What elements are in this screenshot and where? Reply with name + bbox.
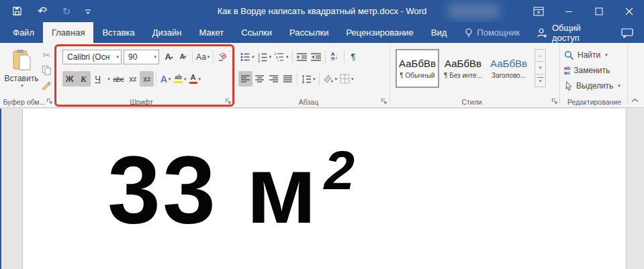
undo-button[interactable]: ↶ ▾ [31, 3, 52, 19]
save-icon [12, 6, 22, 16]
text-effects-button[interactable]: А ▾ [158, 71, 173, 87]
style-preview: АаБбВв [445, 58, 481, 69]
feedback-button[interactable] [616, 22, 644, 43]
styles-scroll-down-button[interactable]: ▾ [535, 62, 546, 74]
customize-quick-access-button[interactable] [81, 3, 95, 19]
tab-design[interactable]: Дизайн [144, 22, 191, 43]
clipboard-dialog-launcher[interactable] [46, 97, 54, 105]
style-normal[interactable]: АаБбВв ¶ Обычный [396, 49, 439, 88]
paragraph-dialog-launcher[interactable] [380, 97, 388, 105]
styles-group: АаБбВв ¶ Обычный АаБбВв ¶ Без инте... Аа… [390, 43, 560, 107]
show-marks-button[interactable]: ¶ [347, 49, 361, 64]
tab-insert[interactable]: Вставка [93, 22, 143, 43]
document-page[interactable]: 33 м2 [22, 109, 627, 269]
save-button[interactable] [9, 3, 24, 19]
bullets-button[interactable]: ▾ [238, 49, 256, 64]
tab-assistant[interactable]: Помощник [455, 22, 528, 43]
tab-review[interactable]: Рецензирование [337, 22, 422, 43]
underline-button[interactable]: Ч [91, 71, 105, 87]
numbering-button[interactable]: 123 ▾ [256, 49, 273, 64]
line-spacing-button[interactable]: ▾ [300, 71, 317, 87]
lightbulb-icon [464, 28, 473, 38]
styles-group-label: Стили [390, 98, 553, 106]
paste-button[interactable]: Вставить ▾ [5, 46, 38, 96]
shading-button[interactable]: ▾ [322, 71, 339, 87]
styles-scroll-up-button[interactable]: ▴ [535, 49, 546, 62]
italic-button[interactable]: К [77, 71, 91, 87]
ribbon-tab-bar: Файл Главная Вставка Дизайн Макет Ссылки… [0, 22, 644, 43]
sort-button[interactable]: А Я ↓ [328, 49, 342, 64]
change-case-button[interactable]: Аа ▾ [195, 49, 211, 64]
style-heading1[interactable]: АаБбВв Заголово... [487, 49, 531, 88]
cut-button[interactable]: ✂ [39, 48, 54, 62]
close-button[interactable] [614, 0, 644, 22]
close-icon [625, 7, 633, 15]
shading-dropdown-icon: ▾ [335, 76, 338, 82]
paint-bucket-icon [323, 74, 334, 84]
style-no-spacing[interactable]: АаБбВв ¶ Без инте... [441, 49, 485, 88]
multilevel-list-button[interactable]: 1 a i ▾ [273, 49, 290, 64]
minimize-button[interactable] [553, 0, 584, 22]
redo-icon: ↻ [62, 6, 71, 16]
highlighter-icon: ab [174, 74, 183, 83]
tab-home[interactable]: Главная [43, 22, 93, 43]
separator [292, 50, 293, 64]
pilcrow-icon: ¶ [351, 52, 356, 62]
tab-file[interactable]: Файл [4, 22, 43, 43]
justify-button[interactable] [281, 71, 295, 87]
font-dialog-launcher[interactable] [224, 97, 232, 105]
tab-view-label: Вид [431, 28, 447, 38]
paragraph-group: ▾ 123 ▾ 1 a [234, 43, 389, 107]
replace-button[interactable]: ab ac Заменить [564, 63, 610, 78]
align-left-button[interactable] [238, 71, 252, 87]
font-size-combobox[interactable]: 90 ▾ [124, 50, 159, 64]
clear-formatting-button[interactable] [216, 49, 230, 64]
scroll-up-icon: ▴ [539, 53, 542, 58]
tab-insert-label: Вставка [102, 28, 134, 38]
ribbon-display-options-button[interactable] [523, 0, 553, 22]
select-cursor-icon [564, 81, 573, 91]
collapse-ribbon-button[interactable] [629, 95, 641, 105]
styles-more-button[interactable]: ▾ [535, 74, 546, 87]
align-center-button[interactable] [252, 71, 267, 87]
styles-dialog-launcher[interactable] [551, 97, 559, 105]
subscript-button[interactable]: x2 [126, 71, 140, 87]
strikethrough-button[interactable]: abc [111, 71, 126, 87]
font-name-combobox[interactable]: Calibri (Осн ▾ [62, 50, 122, 64]
select-button[interactable]: Выделить ▾ [564, 78, 620, 93]
numbering-icon: 123 [257, 52, 268, 62]
editing-group: Найти ▾ ab ac Заменить Выделить ▾ Ре [561, 43, 627, 107]
copy-button[interactable] [39, 63, 54, 78]
find-dropdown-icon: ▾ [605, 52, 608, 58]
font-color-label: А [191, 74, 196, 81]
borders-button[interactable]: ▾ [338, 71, 355, 87]
styles-gallery-scroll: ▴ ▾ ▾ [535, 49, 546, 87]
share-button[interactable]: Общий доступ [528, 22, 616, 43]
bold-button[interactable]: Ж [62, 71, 77, 87]
text-highlight-button[interactable]: ab ▾ [173, 71, 188, 87]
superscript-button[interactable]: x2 [140, 71, 154, 87]
tab-view[interactable]: Вид [422, 22, 456, 43]
style-name: ¶ Без инте... [444, 72, 482, 79]
tab-layout[interactable]: Макет [190, 22, 232, 43]
increase-indent-button[interactable] [309, 49, 323, 64]
eraser-icon [218, 52, 228, 62]
decrease-indent-button[interactable] [295, 49, 309, 64]
tab-references[interactable]: Ссылки [232, 22, 281, 43]
format-painter-button[interactable] [39, 78, 54, 93]
align-right-button[interactable] [267, 71, 281, 87]
svg-text:3: 3 [258, 58, 260, 62]
maximize-button[interactable] [584, 0, 614, 22]
replace-label: Заменить [573, 66, 610, 75]
style-preview: АаБбВв [399, 58, 436, 69]
font-color-button[interactable]: А ▾ [188, 71, 203, 87]
tab-assistant-label: Помощник [477, 28, 520, 38]
underline-dropdown-button[interactable]: ▾ [105, 71, 111, 87]
shrink-font-button[interactable]: А▾ [176, 49, 190, 64]
find-button[interactable]: Найти ▾ [564, 48, 608, 62]
redo-button[interactable]: ↻ [59, 3, 74, 19]
tab-mailings[interactable]: Рассылки [281, 22, 337, 43]
maximize-icon [595, 7, 603, 15]
window-controls [523, 0, 644, 22]
grow-font-button[interactable]: А▴ [162, 49, 176, 64]
